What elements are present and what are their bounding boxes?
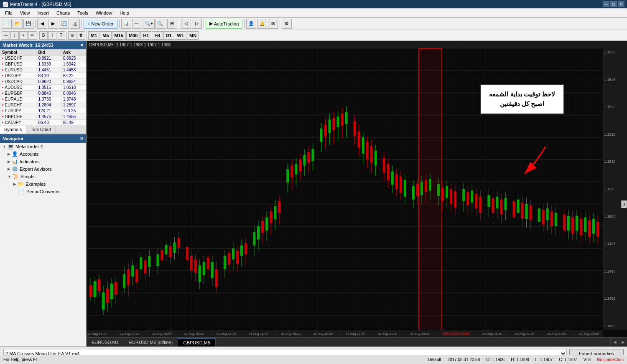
tf-mn[interactable]: MN [187, 31, 199, 40]
svg-rect-104 [265, 217, 268, 231]
svg-rect-118 [299, 159, 301, 171]
tf-h1[interactable]: H1 [140, 31, 151, 40]
zoom-out-btn[interactable]: 🔍- [155, 19, 166, 29]
tf-m5[interactable]: M5 [100, 31, 111, 40]
nav-accounts[interactable]: ▶ 👤 Accounts [0, 150, 86, 158]
save-btn[interactable]: 💾 [23, 19, 33, 29]
menu-tools[interactable]: Tools [74, 9, 92, 17]
market-row[interactable]: •USDCHF 0.8921 0.8925 [0, 56, 86, 61]
market-row[interactable]: •EURCHF 1.2894 1.2897 [0, 102, 86, 108]
price-label: 1.1880 [604, 324, 626, 328]
back-btn[interactable]: ◀ [37, 19, 47, 29]
svg-rect-144 [362, 137, 364, 154]
market-symbol: •EURGBP [0, 91, 36, 96]
fwd-btn[interactable]: ▶ [48, 19, 58, 29]
chart-scroll-right-btn[interactable]: ▷ [192, 19, 202, 29]
tab-tick-chart[interactable]: Tick Chart [26, 126, 56, 134]
timeframe-toolbar: — ↕ + ✏ B I T ⊙ 🗑 M1 M5 M15 M30 H1 H4 D1… [0, 30, 627, 41]
market-watch-close[interactable]: ✕ [80, 43, 84, 48]
tf-h4[interactable]: H4 [152, 31, 163, 40]
time-label: 31 Aug 17:27 [87, 332, 107, 336]
new-order-button[interactable]: + New Order [84, 19, 117, 29]
expand-icon[interactable]: ▼ [3, 144, 6, 149]
settings-btn[interactable]: ⚙ [282, 19, 292, 29]
minimize-button[interactable]: ─ [603, 1, 609, 7]
market-row[interactable]: •AUDUSD 1.0515 1.0518 [0, 85, 86, 91]
market-tabs: Symbols Tick Chart [0, 126, 86, 134]
market-row[interactable]: •CADJPY 86.43 86.49 [0, 120, 86, 126]
svg-rect-30 [89, 286, 92, 297]
expand-icon-ea[interactable]: ▶ [8, 167, 10, 171]
tf-m30[interactable]: M30 [126, 31, 140, 40]
navigator-close[interactable]: ✕ [80, 136, 84, 142]
tf-m15[interactable]: M15 [112, 31, 126, 40]
nav-metatrader4[interactable]: ▼ 💻 MetaTrader 4 [0, 143, 86, 150]
market-row[interactable]: •EURAUD 1.3736 1.3748 [0, 96, 86, 102]
chart-tab-eurusd-m1[interactable]: EURUSD,M1 [87, 338, 124, 347]
annotation-box: لاحظ توقيت بداية الشمعه اصبح كل دقيقتين [480, 84, 564, 114]
nav-period-converter[interactable]: 📄 PeriodConverter [0, 188, 86, 195]
chart-scroll-left-btn[interactable]: ◁ [181, 19, 191, 29]
tf-m1[interactable]: M1 [88, 31, 99, 40]
delete-btn[interactable]: 🗑 [77, 31, 85, 40]
chart-canvas[interactable]: 1.1530 1.1525 1.1520 1.1515 1.1510 1.150… [87, 48, 627, 337]
maximize-button[interactable]: □ [610, 1, 617, 7]
expand-icon-examples[interactable]: ▶ [13, 182, 16, 186]
nav-label: MetaTrader 4 [15, 144, 43, 149]
cross-hair-btn[interactable]: + [19, 31, 28, 40]
menu-window[interactable]: Window [92, 9, 115, 17]
svg-rect-112 [286, 169, 289, 182]
profile-btn[interactable]: 👤 [246, 19, 256, 29]
close-button[interactable]: ✕ [618, 1, 624, 7]
vertical-side-tab[interactable]: § [621, 200, 627, 208]
market-row[interactable]: •EURUSD 1.4451 1.4453 [0, 67, 86, 73]
menu-file[interactable]: File [2, 9, 16, 17]
market-row[interactable]: •GBPUSD 1.6339 1.6342 [0, 61, 86, 67]
text-btn[interactable]: T [57, 31, 65, 40]
market-ask: 0.8846 [61, 91, 86, 96]
tf-d1[interactable]: D1 [163, 31, 174, 40]
select-btn[interactable]: ⊙ [68, 31, 76, 40]
market-row[interactable]: •USDJPY 83.19 83.22 [0, 73, 86, 79]
chart-tab-gbpusd-m5[interactable]: GBPUSD,M5 [178, 338, 216, 347]
open-btn[interactable]: 📂 [13, 19, 23, 29]
expand-icon-accounts[interactable]: ▶ [8, 152, 10, 156]
line-tool[interactable]: — [2, 31, 10, 40]
email-btn[interactable]: ✉ [268, 19, 278, 29]
menu-view[interactable]: View [17, 9, 33, 17]
new-btn[interactable]: 📄 [2, 19, 12, 29]
auto-trading-button[interactable]: ▶ AutoTrading [206, 19, 243, 29]
market-ask: 120.25 [61, 108, 86, 114]
reload-btn[interactable]: 🔄 [59, 19, 69, 29]
chart-tab-eurusd-m2[interactable]: EURUSD,M2 (offline) [124, 338, 178, 347]
menu-charts[interactable]: Charts [53, 9, 73, 17]
market-row[interactable]: •GBPCHF 1.4575 1.4585 [0, 114, 86, 120]
bold-btn[interactable]: B [39, 31, 48, 40]
market-row[interactable]: •USDCAD 0.9620 0.9624 [0, 79, 86, 85]
alerts-btn[interactable]: 🔔 [257, 19, 267, 29]
time-label: 31 Aug 19:28 [313, 332, 333, 336]
nav-examples[interactable]: ▶ 📁 Examples [0, 180, 86, 188]
svg-rect-126 [320, 129, 322, 142]
chart-scroll-btn-right[interactable]: ▶ [619, 338, 627, 347]
tf-w1[interactable]: W1 [175, 31, 187, 40]
market-row[interactable]: •EURGBP 0.8843 0.8846 [0, 91, 86, 96]
chart-type-btn[interactable]: 📊 [121, 19, 131, 29]
nav-scripts[interactable]: ▼ 📜 Scripts [0, 173, 86, 180]
grid-btn[interactable]: ⊞ [167, 19, 177, 29]
nav-expert-advisors[interactable]: ▶ ⚙️ Expert Advisors [0, 165, 86, 173]
market-row[interactable]: •EURJPY 120.21 120.25 [0, 108, 86, 114]
indicators-btn[interactable]: 〰 [132, 19, 142, 29]
expand-icon-scripts[interactable]: ▼ [8, 174, 11, 179]
menu-help[interactable]: Help [116, 9, 133, 17]
chart-scroll-btn[interactable]: ◀ [610, 338, 619, 347]
print-btn[interactable]: 🖨 [70, 19, 80, 29]
arrow-tool[interactable]: ↕ [10, 31, 19, 40]
zoom-in-btn[interactable]: 🔍+ [143, 19, 155, 29]
expand-icon-indicators[interactable]: ▶ [8, 159, 10, 164]
italic-btn[interactable]: I [48, 31, 56, 40]
nav-indicators[interactable]: ▶ 📊 Indicators [0, 158, 86, 165]
draw-btn[interactable]: ✏ [28, 31, 36, 40]
tab-symbols[interactable]: Symbols [0, 126, 26, 134]
menu-insert[interactable]: Insert [34, 9, 52, 17]
